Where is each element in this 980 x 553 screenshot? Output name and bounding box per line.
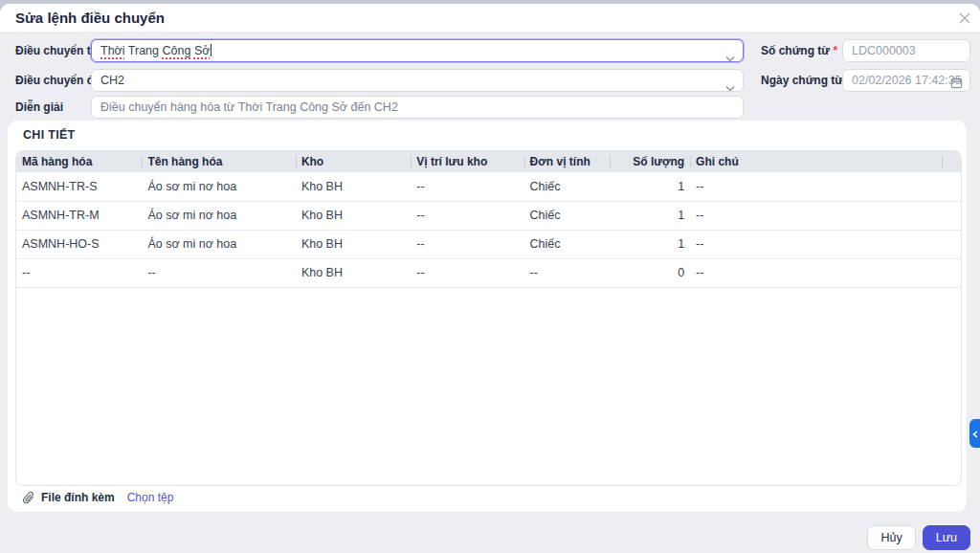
column-header: Ghi chú <box>690 151 942 172</box>
column-header: Số lượng <box>610 151 690 172</box>
table-cell[interactable]: Áo sơ mi nơ hoa <box>142 172 295 201</box>
chevron-down-icon <box>725 48 735 62</box>
table-cell[interactable]: ASMNH-TR-M <box>16 201 142 230</box>
table-cell[interactable]: Kho BH <box>296 201 411 230</box>
dialog-title: Sửa lệnh điều chuyển <box>15 10 165 26</box>
table-cell[interactable]: Chiếc <box>524 230 610 258</box>
table-cell[interactable]: -- <box>142 258 295 287</box>
detail-table-container: Mã hàng hóaTên hàng hóaKhoVị trí lưu kho… <box>15 150 962 486</box>
column-header: Mã hàng hóa <box>16 151 142 172</box>
table-cell[interactable]: Kho BH <box>296 258 411 287</box>
table-cell[interactable]: Kho BH <box>296 230 411 258</box>
detail-card: CHI TIẾT Mã hàng hóaTên hàng hóaKhoVị tr… <box>8 121 967 512</box>
dialog-header: Sửa lệnh điều chuyển <box>0 4 980 32</box>
table-cell[interactable]: 1 <box>610 201 690 230</box>
table-cell[interactable]: -- <box>524 258 610 287</box>
table-cell[interactable]: -- <box>411 230 523 258</box>
transfer-from-value: Thời Trang Công Sở <box>100 44 210 57</box>
table-row[interactable]: ASMNH-HO-SÁo sơ mi nơ hoaKho BH--Chiếc1-… <box>16 230 961 258</box>
document-number-input[interactable]: LDC000003 <box>842 39 970 62</box>
chevron-down-icon <box>725 77 735 92</box>
dialog-footer: Hủy Lưu <box>867 525 970 550</box>
column-header <box>942 151 961 172</box>
column-header: Kho <box>296 151 411 172</box>
table-cell[interactable]: -- <box>411 172 523 201</box>
description-label: Diễn giải <box>15 96 63 119</box>
attachment-label: File đính kèm <box>41 491 115 504</box>
table-cell[interactable]: ASMNH-HO-S <box>16 230 142 258</box>
transfer-to-select[interactable]: CH2 <box>91 69 744 92</box>
table-cell[interactable]: 1 <box>610 172 690 201</box>
table-cell[interactable]: Chiếc <box>524 172 610 201</box>
table-cell[interactable]: -- <box>411 201 523 230</box>
table-cell[interactable]: Áo sơ mi nơ hoa <box>142 201 295 230</box>
choose-file-link[interactable]: Chọn tệp <box>127 491 174 504</box>
column-header: Tên hàng hóa <box>142 151 295 172</box>
table-header-row: Mã hàng hóaTên hàng hóaKhoVị trí lưu kho… <box>16 151 961 172</box>
table-cell[interactable]: Áo sơ mi nơ hoa <box>142 230 295 258</box>
detail-table: Mã hàng hóaTên hàng hóaKhoVị trí lưu kho… <box>16 151 961 288</box>
side-panel-toggle[interactable] <box>969 419 980 448</box>
detail-heading: CHI TIẾT <box>23 128 75 142</box>
table-cell[interactable]: -- <box>690 230 942 258</box>
chevron-left-icon <box>972 425 978 442</box>
table-cell[interactable]: Kho BH <box>296 172 411 201</box>
table-row[interactable]: ASMNH-TR-SÁo sơ mi nơ hoaKho BH--Chiếc1-… <box>16 172 961 201</box>
document-date-input[interactable]: 02/02/2026 17:42:35 <box>842 69 970 92</box>
edit-transfer-order-dialog: Sửa lệnh điều chuyển Điều chuyển từ * Th… <box>0 4 980 553</box>
attachment-row: File đính kèm Chọn tệp <box>23 491 173 504</box>
document-number-label: Số chứng từ * <box>761 39 837 62</box>
table-cell[interactable]: ASMNH-TR-S <box>16 172 142 201</box>
cancel-button[interactable]: Hủy <box>867 525 915 550</box>
table-cell[interactable]: -- <box>411 258 523 287</box>
save-button[interactable]: Lưu <box>923 525 970 550</box>
table-cell[interactable]: Chiếc <box>524 201 610 230</box>
calendar-icon[interactable] <box>950 75 963 92</box>
table-cell[interactable] <box>942 172 961 201</box>
table-row[interactable]: ASMNH-TR-MÁo sơ mi nơ hoaKho BH--Chiếc1-… <box>16 201 961 230</box>
table-cell[interactable]: -- <box>16 258 142 287</box>
table-cell[interactable]: 0 <box>610 258 690 287</box>
table-cell[interactable] <box>942 258 961 287</box>
table-row[interactable]: ----Kho BH----0-- <box>16 258 961 287</box>
document-date-label: Ngày chứng từ * <box>761 69 851 92</box>
table-cell[interactable]: -- <box>690 258 942 287</box>
table-cell[interactable]: -- <box>690 172 942 201</box>
table-cell[interactable] <box>942 230 961 258</box>
description-input[interactable]: Điều chuyển hàng hóa từ Thời Trang Công … <box>91 96 744 119</box>
paperclip-icon <box>23 492 34 504</box>
close-icon[interactable] <box>958 11 971 25</box>
table-cell[interactable]: -- <box>690 201 942 230</box>
table-cell[interactable]: 1 <box>610 230 690 258</box>
text-caret <box>211 44 212 56</box>
table-cell[interactable] <box>942 201 961 230</box>
transfer-from-select[interactable]: Thời Trang Công Sở <box>91 39 744 62</box>
column-header: Vị trí lưu kho <box>411 151 523 172</box>
column-header: Đơn vị tính <box>524 151 610 172</box>
